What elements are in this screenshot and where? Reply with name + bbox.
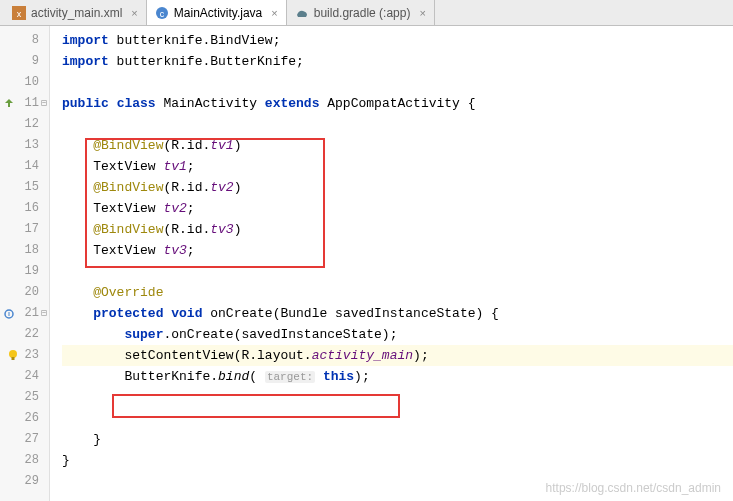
code-line[interactable]: @Override	[62, 282, 733, 303]
code-line[interactable]	[62, 408, 733, 429]
param-hint: target:	[265, 371, 315, 383]
watermark: https://blog.csdn.net/csdn_admin	[546, 481, 721, 495]
code-line[interactable]: @BindView(R.id.tv3)	[62, 219, 733, 240]
xml-icon: x	[12, 6, 26, 20]
code-line[interactable]: public class MainActivity extends AppCom…	[62, 93, 733, 114]
code-line[interactable]: import butterknife.BindView;	[62, 30, 733, 51]
line-number[interactable]: 20	[0, 282, 49, 303]
code-line[interactable]: TextView tv1;	[62, 156, 733, 177]
gradle-icon	[295, 6, 309, 20]
code-line[interactable]: protected void onCreate(Bundle savedInst…	[62, 303, 733, 324]
line-number[interactable]: 16	[0, 198, 49, 219]
line-number[interactable]: 24	[0, 366, 49, 387]
line-number[interactable]: 9	[0, 51, 49, 72]
tab-label: activity_main.xml	[31, 6, 122, 20]
code-line[interactable]	[62, 72, 733, 93]
line-number[interactable]: 13	[0, 135, 49, 156]
code-line[interactable]: @BindView(R.id.tv1)	[62, 135, 733, 156]
line-number[interactable]: 15	[0, 177, 49, 198]
fold-icon[interactable]: ⊟	[41, 93, 47, 114]
line-number[interactable]: 8	[0, 30, 49, 51]
line-number[interactable]: 29	[0, 471, 49, 492]
svg-point-5	[9, 350, 17, 358]
java-class-icon: c	[155, 6, 169, 20]
code-line[interactable]: @BindView(R.id.tv2)	[62, 177, 733, 198]
svg-text:x: x	[17, 9, 22, 19]
svg-rect-6	[12, 357, 15, 360]
code-line[interactable]	[62, 114, 733, 135]
line-number[interactable]: 25	[0, 387, 49, 408]
close-icon[interactable]: ×	[131, 7, 137, 19]
code-line[interactable]: ButterKnife.bind( target: this);	[62, 366, 733, 387]
line-number[interactable]: 27	[0, 429, 49, 450]
line-number[interactable]: 26	[0, 408, 49, 429]
code-line[interactable]: }	[62, 450, 733, 471]
code-area[interactable]: import butterknife.BindView; import butt…	[50, 26, 733, 501]
editor-tabs: x activity_main.xml × c MainActivity.jav…	[0, 0, 733, 26]
code-line[interactable]	[62, 261, 733, 282]
code-line[interactable]	[62, 387, 733, 408]
editor-area: 8 9 10 11⊟ 12 13 14 15 16 17 18 19 20 21…	[0, 26, 733, 501]
lightbulb-icon[interactable]	[6, 348, 20, 362]
line-number[interactable]: 21⊟	[0, 303, 49, 324]
line-number[interactable]: 10	[0, 72, 49, 93]
line-number[interactable]: 19	[0, 261, 49, 282]
code-line[interactable]: }	[62, 429, 733, 450]
tab-main-activity[interactable]: c MainActivity.java ×	[147, 0, 287, 25]
fold-icon[interactable]: ⊟	[41, 303, 47, 324]
code-line[interactable]: import butterknife.ButterKnife;	[62, 51, 733, 72]
code-line[interactable]: setContentView(R.layout.activity_main);	[62, 345, 733, 366]
line-number[interactable]: 11⊟	[0, 93, 49, 114]
line-number[interactable]: 18	[0, 240, 49, 261]
tab-label: build.gradle (:app)	[314, 6, 411, 20]
line-number[interactable]: 14	[0, 156, 49, 177]
svg-text:c: c	[160, 9, 165, 19]
line-number[interactable]: 22	[0, 324, 49, 345]
close-icon[interactable]: ×	[271, 7, 277, 19]
line-number[interactable]: 12	[0, 114, 49, 135]
line-number[interactable]: 28	[0, 450, 49, 471]
code-line[interactable]: TextView tv3;	[62, 240, 733, 261]
code-line[interactable]: super.onCreate(savedInstanceState);	[62, 324, 733, 345]
line-number[interactable]: 17	[0, 219, 49, 240]
close-icon[interactable]: ×	[419, 7, 425, 19]
tab-label: MainActivity.java	[174, 6, 262, 20]
tab-activity-main[interactable]: x activity_main.xml ×	[4, 0, 147, 25]
line-number[interactable]: 23	[0, 345, 49, 366]
code-line[interactable]: TextView tv2;	[62, 198, 733, 219]
gutter: 8 9 10 11⊟ 12 13 14 15 16 17 18 19 20 21…	[0, 26, 50, 501]
tab-build-gradle[interactable]: build.gradle (:app) ×	[287, 0, 435, 25]
